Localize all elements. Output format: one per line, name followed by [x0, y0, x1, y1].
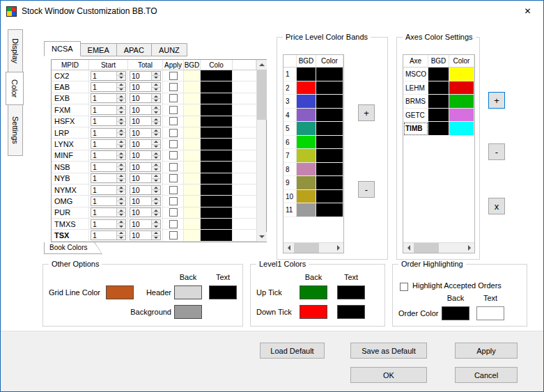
text-color-cell[interactable]: [449, 81, 474, 95]
start-spinner[interactable]: 1: [91, 82, 126, 92]
mpid-cell[interactable]: PUR: [52, 207, 89, 219]
apply-checkbox[interactable]: [169, 72, 178, 80]
start-spinner[interactable]: 1: [91, 116, 126, 126]
tab-aunz[interactable]: AUNZ: [151, 43, 187, 56]
text-color-cell[interactable]: [201, 230, 233, 241]
spinner-down-button[interactable]: [117, 75, 125, 80]
apply-checkbox[interactable]: [169, 129, 178, 137]
apply-checkbox[interactable]: [169, 117, 178, 125]
spinner-down-button[interactable]: [117, 98, 125, 103]
mpid-cell[interactable]: CX2: [52, 70, 89, 81]
tab-apac[interactable]: APAC: [116, 43, 152, 56]
bgd-color-cell[interactable]: [184, 162, 201, 173]
mpid-cell[interactable]: NYMX: [52, 185, 89, 196]
start-spinner[interactable]: 1: [91, 207, 126, 217]
price-band-add-button[interactable]: +: [358, 104, 375, 121]
spinner-down-button[interactable]: [152, 75, 160, 80]
scrollbar-thumb[interactable]: [294, 243, 319, 253]
spinner-down-button[interactable]: [152, 121, 160, 126]
mpid-cell[interactable]: OMG: [52, 196, 89, 207]
scroll-left-button[interactable]: [283, 243, 294, 253]
spinner-down-button[interactable]: [152, 109, 160, 114]
scrollbar-track[interactable]: [294, 243, 333, 253]
bgd-color-cell[interactable]: [184, 207, 201, 219]
text-color-cell[interactable]: [201, 162, 233, 173]
text-color-cell[interactable]: [201, 173, 233, 185]
bgd-color-cell[interactable]: [184, 219, 201, 230]
apply-checkbox[interactable]: [169, 220, 178, 228]
text-color-cell[interactable]: [316, 109, 343, 123]
spinner-down-button[interactable]: [152, 166, 160, 171]
spinner-down-button[interactable]: [152, 224, 160, 228]
mpid-vertical-scrollbar[interactable]: [256, 60, 266, 242]
spinner-down-button[interactable]: [117, 109, 125, 114]
spinner-down-button[interactable]: [117, 87, 125, 92]
scroll-right-button[interactable]: [333, 243, 343, 253]
down-tick-text-swatch[interactable]: [337, 305, 365, 319]
text-color-cell[interactable]: [316, 136, 343, 150]
bgd-color-cell[interactable]: [184, 139, 201, 150]
price-horizontal-scrollbar[interactable]: [283, 242, 343, 253]
total-spinner[interactable]: 10: [130, 150, 161, 160]
text-color-cell[interactable]: [449, 122, 474, 136]
spinner-down-button[interactable]: [117, 224, 125, 228]
axe-name-cell[interactable]: LEHM: [403, 81, 428, 95]
axes-delete-button[interactable]: x: [488, 198, 505, 214]
text-color-cell[interactable]: [201, 196, 233, 207]
apply-checkbox[interactable]: [169, 231, 178, 240]
ok-button[interactable]: OK: [350, 367, 427, 383]
total-spinner[interactable]: 10: [130, 185, 161, 195]
bgd-color-cell[interactable]: [297, 109, 316, 123]
tab-emea[interactable]: EMEA: [80, 43, 117, 56]
spinner-down-button[interactable]: [117, 201, 125, 205]
total-spinner[interactable]: 10: [130, 128, 161, 138]
axe-name-cell[interactable]: MSCO: [403, 68, 428, 81]
up-tick-text-swatch[interactable]: [337, 285, 365, 299]
text-color-cell[interactable]: [316, 203, 343, 217]
spinner-down-button[interactable]: [117, 121, 125, 126]
bgd-color-cell[interactable]: [297, 190, 316, 204]
background-swatch[interactable]: [174, 305, 202, 319]
mpid-cell[interactable]: LYNX: [52, 139, 89, 150]
total-spinner[interactable]: 10: [130, 105, 161, 115]
start-spinner[interactable]: 1: [91, 128, 126, 138]
close-icon[interactable]: ✕: [512, 1, 543, 21]
apply-checkbox[interactable]: [169, 83, 178, 91]
text-color-cell[interactable]: [201, 116, 233, 127]
text-color-cell[interactable]: [201, 70, 233, 81]
text-color-cell[interactable]: [316, 122, 343, 136]
scroll-right-button[interactable]: [464, 243, 474, 253]
start-spinner[interactable]: 1: [91, 196, 126, 206]
side-tab-display[interactable]: Display: [8, 29, 23, 72]
bgd-color-cell[interactable]: [184, 127, 201, 139]
spinner-down-button[interactable]: [152, 201, 160, 205]
total-spinner[interactable]: 10: [130, 116, 161, 126]
header-text-swatch[interactable]: [209, 285, 237, 299]
text-color-cell[interactable]: [201, 219, 233, 230]
spinner-down-button[interactable]: [152, 87, 160, 92]
bgd-color-cell[interactable]: [297, 95, 316, 109]
axes-remove-button[interactable]: -: [488, 143, 505, 160]
total-spinner[interactable]: 10: [130, 219, 161, 229]
side-tab-color[interactable]: Color: [6, 72, 24, 105]
axe-name-cell[interactable]: BRMS: [403, 95, 428, 109]
text-color-cell[interactable]: [316, 149, 343, 163]
save-as-default-button[interactable]: Save as Default: [350, 343, 427, 359]
text-color-cell[interactable]: [201, 127, 233, 139]
axe-name-cell[interactable]: GETC: [403, 109, 428, 123]
start-spinner[interactable]: 1: [91, 150, 126, 160]
header-back-swatch[interactable]: [174, 285, 202, 299]
text-color-cell[interactable]: [201, 150, 233, 162]
total-spinner[interactable]: 10: [130, 93, 161, 103]
total-spinner[interactable]: 10: [130, 162, 161, 172]
apply-button[interactable]: Apply: [455, 343, 518, 359]
scrollbar-thumb[interactable]: [257, 70, 267, 120]
bgd-color-cell[interactable]: [184, 185, 201, 196]
bgd-color-cell[interactable]: [184, 173, 201, 185]
scroll-left-button[interactable]: [403, 243, 414, 253]
mpid-cell[interactable]: EAB: [52, 81, 89, 93]
book-colors-tab[interactable]: Book Colors: [44, 242, 102, 254]
load-default-button[interactable]: Load Default: [260, 343, 325, 359]
start-spinner[interactable]: 1: [91, 139, 126, 149]
text-color-cell[interactable]: [201, 139, 233, 150]
